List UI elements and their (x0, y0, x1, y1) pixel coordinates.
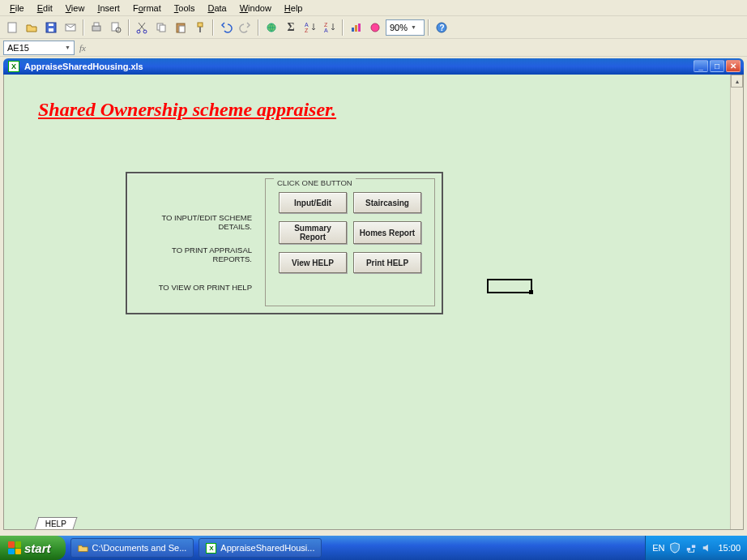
print-preview-icon[interactable] (107, 19, 125, 36)
maximize-button[interactable]: □ (710, 60, 724, 72)
view-help-button[interactable]: View HELP (279, 252, 347, 273)
svg-text:Z: Z (324, 22, 328, 28)
menu-window[interactable]: Window (233, 2, 278, 15)
control-panel: TO INPUT/EDIT SCHEME DETAILS. TO PRINT A… (126, 172, 443, 314)
workbook-title: AppraiseSharedHousing.xls (24, 62, 143, 71)
svg-text:Z: Z (305, 28, 309, 33)
name-box-value: AE15 (7, 43, 29, 53)
active-cell-outline[interactable] (487, 279, 532, 293)
svg-rect-29 (692, 545, 695, 549)
toolbar-separator (428, 19, 429, 36)
close-button[interactable]: ✕ (726, 60, 741, 72)
autosum-icon[interactable]: Σ (282, 19, 300, 36)
staircasing-button[interactable]: Staircasing (353, 192, 421, 213)
svg-rect-12 (160, 25, 165, 32)
svg-rect-22 (352, 28, 354, 32)
sheet-tab-help[interactable]: HELP (35, 517, 78, 529)
print-help-button[interactable]: Print HELP (353, 252, 421, 273)
menu-file[interactable]: File (3, 2, 31, 15)
taskbar-item-label: C:\Documents and Se... (92, 543, 187, 553)
system-tray: EN 15:00 (645, 536, 747, 560)
svg-rect-6 (94, 23, 99, 26)
language-indicator[interactable]: EN (652, 543, 664, 553)
help-icon[interactable]: ? (433, 19, 450, 36)
chevron-down-icon: ▼ (65, 45, 70, 50)
clock[interactable]: 15:00 (718, 543, 741, 553)
svg-rect-15 (198, 23, 203, 27)
tray-shield-icon[interactable] (669, 542, 681, 554)
svg-text:?: ? (440, 24, 445, 32)
save-icon[interactable] (42, 19, 60, 36)
vertical-scrollbar[interactable]: ▴ (730, 75, 743, 529)
svg-rect-24 (358, 24, 361, 32)
formula-bar: AE15 ▼ fx (0, 39, 747, 57)
tray-network-icon[interactable] (685, 542, 697, 554)
mail-icon[interactable] (62, 19, 79, 36)
input-edit-button[interactable]: Input/Edit (279, 192, 347, 213)
svg-rect-16 (199, 27, 201, 32)
sort-desc-icon[interactable]: ZA (321, 19, 339, 36)
minimize-button[interactable]: _ (694, 60, 708, 72)
svg-rect-28 (687, 548, 690, 551)
folder-icon (78, 543, 88, 554)
menu-tools[interactable]: Tools (168, 2, 202, 15)
worksheet-area[interactable]: ▴ Shared Ownership scheme appraiser. TO … (3, 75, 744, 530)
workbook-window: X AppraiseSharedHousing.xls _ □ ✕ ▴ Shar… (3, 58, 744, 536)
drawing-icon[interactable] (366, 19, 384, 36)
taskbar-item-label: AppraiseSharedHousi... (220, 543, 314, 553)
svg-text:A: A (324, 28, 328, 33)
svg-rect-5 (92, 26, 100, 31)
start-button[interactable]: start (0, 536, 66, 560)
taskbar-item-excel[interactable]: X AppraiseSharedHousi... (198, 538, 322, 558)
menu-format[interactable]: Format (126, 2, 168, 15)
svg-rect-0 (8, 23, 16, 32)
zoom-combo[interactable]: 90% ▼ (386, 19, 425, 36)
scroll-up-icon[interactable]: ▴ (731, 75, 743, 88)
menu-data[interactable]: Data (201, 2, 233, 15)
fx-icon[interactable]: fx (79, 43, 86, 53)
menu-view[interactable]: View (59, 2, 92, 15)
svg-rect-14 (179, 26, 185, 32)
toolbar-separator (258, 19, 259, 36)
excel-icon: X (8, 61, 19, 72)
name-box[interactable]: AE15 ▼ (3, 41, 75, 55)
tray-volume-icon[interactable] (702, 542, 713, 554)
menu-insert[interactable]: Insert (91, 2, 126, 15)
svg-rect-3 (49, 24, 53, 26)
svg-text:A: A (305, 22, 309, 28)
new-icon[interactable] (3, 19, 21, 36)
redo-icon[interactable] (237, 19, 254, 36)
toolbar-separator (83, 19, 84, 36)
taskbar: start C:\Documents and Se... X AppraiseS… (0, 536, 747, 560)
menu-edit[interactable]: Edit (31, 2, 59, 15)
paste-icon[interactable] (172, 19, 190, 36)
label-input-edit: TO INPUT/EDIT SCHEME DETAILS. (134, 206, 257, 238)
svg-point-25 (371, 24, 379, 32)
toolbar-separator (128, 19, 130, 36)
svg-rect-7 (112, 23, 118, 31)
chart-icon[interactable] (347, 19, 365, 36)
toolbar-separator (212, 19, 214, 36)
sheet-tabs: HELP (36, 517, 75, 529)
open-icon[interactable] (23, 19, 41, 36)
copy-icon[interactable] (152, 19, 170, 36)
format-painter-icon[interactable] (191, 19, 209, 36)
svg-rect-2 (49, 28, 53, 32)
taskbar-item-explorer[interactable]: C:\Documents and Se... (70, 538, 194, 558)
chevron-down-icon: ▼ (411, 24, 416, 30)
panel-labels: TO INPUT/EDIT SCHEME DETAILS. TO PRINT A… (127, 173, 263, 313)
svg-rect-23 (355, 25, 357, 32)
cut-icon[interactable] (133, 19, 151, 36)
undo-icon[interactable] (217, 19, 235, 36)
start-label: start (24, 541, 51, 555)
sort-asc-icon[interactable]: AZ (301, 19, 319, 36)
hyperlink-icon[interactable] (263, 19, 280, 36)
excel-icon: X (206, 543, 216, 554)
button-group: CLICK ONE BUTTON Input/Edit Staircasing … (265, 178, 435, 306)
homes-report-button[interactable]: Homes Report (353, 221, 421, 244)
workbook-titlebar[interactable]: X AppraiseSharedHousing.xls _ □ ✕ (3, 58, 744, 75)
label-print-reports: TO PRINT APPRAISAL REPORTS. (134, 238, 257, 271)
summary-report-button[interactable]: Summary Report (279, 221, 347, 244)
print-icon[interactable] (88, 19, 105, 36)
menu-help[interactable]: Help (278, 2, 309, 15)
